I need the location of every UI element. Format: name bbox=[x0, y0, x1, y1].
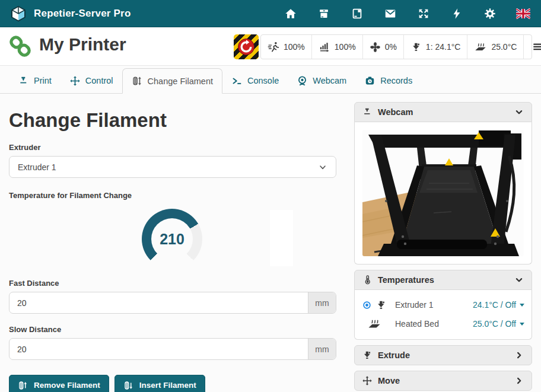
home-icon[interactable] bbox=[284, 7, 298, 21]
temperatures-panel-body: Extruder 1 24.1°C / Off Heated Bed 25.0°… bbox=[354, 290, 532, 340]
flow-value: 100% bbox=[335, 42, 356, 52]
gear-icon[interactable] bbox=[483, 7, 497, 21]
tab-console[interactable]: Console bbox=[222, 68, 288, 93]
move-cross-icon bbox=[69, 75, 81, 87]
bed-temp-status[interactable]: 25.0°C bbox=[467, 35, 524, 59]
fullscreen-icon[interactable] bbox=[416, 7, 431, 21]
tab-print[interactable]: Print bbox=[9, 68, 61, 93]
slow-distance-group: mm bbox=[9, 338, 336, 360]
webcam-panel: Webcam bbox=[354, 102, 532, 264]
printer-status-bar: 100% 100% 0% bbox=[260, 34, 532, 59]
filament-down-icon bbox=[123, 380, 134, 391]
app-title: Repetier-Server Pro bbox=[34, 8, 131, 20]
extruder-temp-value: 1: 24.1°C bbox=[426, 42, 461, 52]
mail-icon[interactable] bbox=[383, 7, 397, 21]
heated-bed-icon bbox=[474, 40, 487, 53]
app-logo-icon[interactable] bbox=[9, 5, 27, 23]
chevron-right-icon bbox=[514, 350, 524, 361]
extruder-temp-status[interactable]: 1: 24.1°C bbox=[404, 35, 468, 59]
temperature-label: Temperature for Filament Change bbox=[9, 191, 336, 200]
temperatures-panel-header[interactable]: Temperatures bbox=[354, 270, 532, 290]
extruder-temp-dropdown[interactable]: 24.1°C / Off bbox=[473, 300, 524, 310]
fast-distance-unit: mm bbox=[308, 292, 336, 313]
slow-distance-input[interactable] bbox=[9, 339, 308, 359]
navbar-icons bbox=[284, 7, 532, 21]
temperature-knob-center: 210 bbox=[151, 218, 193, 260]
thermometer-icon bbox=[362, 275, 373, 285]
printer-connected-link-icon bbox=[8, 34, 33, 59]
printer-box-icon[interactable] bbox=[317, 7, 331, 21]
fan-icon bbox=[370, 42, 381, 53]
insert-filament-label: Insert Filament bbox=[139, 381, 196, 390]
manual-icon[interactable] bbox=[350, 7, 364, 21]
tab-console-label: Console bbox=[247, 76, 279, 85]
move-panel-title: Move bbox=[378, 376, 400, 385]
bolt-icon[interactable] bbox=[450, 7, 464, 21]
webcam-panel-body bbox=[354, 122, 532, 264]
webcam-stream-image[interactable] bbox=[362, 130, 524, 256]
printer-tabbar: Print Control Change Filament Console bbox=[0, 68, 541, 94]
bed-temp-reading: 25.0°C / Off bbox=[473, 319, 516, 329]
slow-distance-label: Slow Distance bbox=[9, 325, 336, 334]
nozzle-icon bbox=[362, 107, 373, 117]
tab-change-filament[interactable]: Change Filament bbox=[122, 68, 222, 94]
speed-value: 100% bbox=[284, 42, 305, 52]
fast-distance-input[interactable] bbox=[9, 292, 308, 313]
tab-change-filament-label: Change Filament bbox=[148, 77, 213, 86]
move-cross-icon bbox=[362, 375, 373, 386]
chevron-down-icon bbox=[318, 162, 327, 172]
top-navbar: Repetier-Server Pro bbox=[0, 0, 541, 27]
console-icon bbox=[231, 75, 243, 87]
change-filament-panel: Change Filament Extruder Extruder 1 Temp… bbox=[9, 94, 336, 392]
move-panel-header[interactable]: Move bbox=[354, 371, 532, 391]
temperatures-panel-title: Temperatures bbox=[378, 275, 434, 285]
temperatures-panel: Temperatures Extruder 1 bbox=[354, 270, 532, 340]
chevron-down-icon bbox=[514, 275, 524, 285]
filament-actions: Remove Filament Insert Filament bbox=[9, 375, 336, 392]
speed-icon bbox=[268, 41, 279, 53]
extruder-icon bbox=[362, 350, 373, 361]
fast-distance-label: Fast Distance bbox=[9, 279, 336, 288]
tab-webcam[interactable]: Webcam bbox=[288, 68, 355, 93]
webcam-panel-header[interactable]: Webcam bbox=[354, 102, 532, 122]
speed-status[interactable]: 100% bbox=[261, 35, 312, 59]
bed-row-name: Heated Bed bbox=[395, 319, 439, 329]
tab-print-label: Print bbox=[34, 76, 52, 85]
slow-distance-unit: mm bbox=[308, 339, 336, 359]
emergency-stop-button[interactable] bbox=[234, 34, 259, 59]
chevron-right-icon bbox=[514, 375, 524, 386]
remove-filament-label: Remove Filament bbox=[34, 381, 100, 390]
printer-header: My Printer 100% bbox=[0, 27, 541, 66]
flow-icon bbox=[319, 41, 330, 53]
tab-records-label: Records bbox=[380, 76, 412, 85]
fan-status[interactable]: 0% bbox=[363, 35, 404, 59]
tab-control[interactable]: Control bbox=[61, 68, 122, 93]
hamburger-menu-icon bbox=[532, 41, 541, 53]
flow-status[interactable]: 100% bbox=[312, 35, 363, 59]
extruder-label: Extruder bbox=[9, 143, 336, 152]
temperature-gauge-area: 210 bbox=[9, 204, 336, 270]
bed-temp-row: Heated Bed 25.0°C / Off bbox=[362, 314, 524, 333]
temperature-slider[interactable] bbox=[270, 210, 293, 266]
page-title: Change Filament bbox=[9, 109, 336, 132]
extruder-temp-row: Extruder 1 24.1°C / Off bbox=[362, 295, 524, 314]
records-icon bbox=[364, 75, 375, 87]
extrude-panel-header[interactable]: Extrude bbox=[354, 345, 532, 365]
active-target-icon[interactable] bbox=[362, 300, 372, 310]
fan-value: 0% bbox=[385, 42, 397, 52]
remove-filament-button[interactable]: Remove Filament bbox=[9, 375, 109, 392]
tab-records[interactable]: Records bbox=[355, 68, 421, 93]
printer-title: My Printer bbox=[39, 34, 126, 55]
fast-distance-group: mm bbox=[9, 292, 336, 314]
temperature-value: 210 bbox=[160, 231, 184, 248]
bed-temp-value: 25.0°C bbox=[491, 42, 517, 52]
extruder-row-name: Extruder 1 bbox=[395, 300, 434, 310]
temperature-knob[interactable]: 210 bbox=[142, 209, 202, 269]
bed-temp-dropdown[interactable]: 25.0°C / Off bbox=[473, 319, 524, 329]
uk-flag-icon[interactable] bbox=[516, 7, 530, 21]
webcam-icon bbox=[297, 75, 308, 87]
extruder-select-value: Extruder 1 bbox=[18, 162, 56, 172]
insert-filament-button[interactable]: Insert Filament bbox=[114, 375, 205, 392]
printer-menu-button[interactable] bbox=[524, 35, 541, 59]
extruder-select[interactable]: Extruder 1 bbox=[9, 156, 336, 178]
